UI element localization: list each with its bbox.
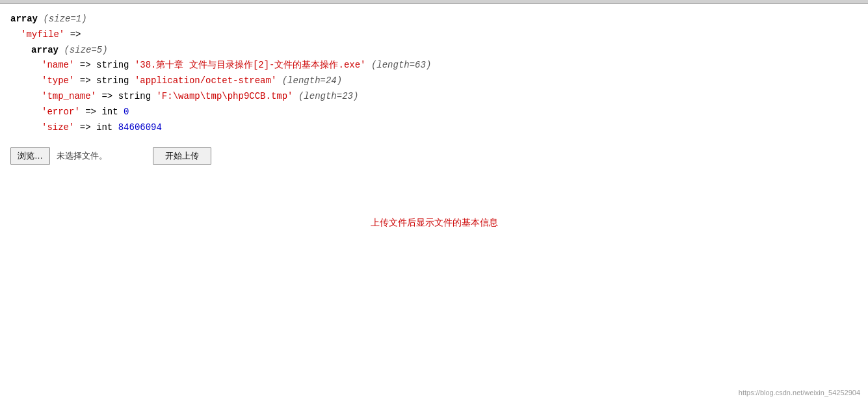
- meta-type: (length=24): [282, 75, 342, 86]
- value-error: 0: [124, 107, 129, 117]
- arrow-6: =>: [101, 91, 118, 101]
- caption-text: 上传文件后显示文件的基本信息: [371, 217, 498, 228]
- code-line-2: 'myfile' =>: [10, 27, 858, 43]
- code-line-1: array (size=1): [10, 12, 858, 27]
- value-size: 84606094: [118, 122, 162, 133]
- arrow-8: =>: [80, 122, 96, 133]
- value-type: 'application/octet-stream': [135, 75, 276, 86]
- key-error: 'error': [42, 107, 80, 117]
- browse-button[interactable]: 浏览…: [10, 147, 50, 165]
- code-line-4: 'name' => string '38.第十章 文件与目录操作[2]-文件的基…: [10, 58, 858, 73]
- keyword-array-1: array: [10, 14, 38, 24]
- type-error: int: [101, 107, 118, 117]
- upload-form: 浏览… 未选择文件。 开始上传: [10, 147, 858, 165]
- code-line-6: 'tmp_name' => string 'F:\wamp\tmp\php9CC…: [10, 89, 858, 105]
- type-type: string: [96, 75, 129, 86]
- meta-size-1: (size=1): [43, 14, 86, 24]
- watermark-text: https://blog.csdn.net/weixin_54252904: [739, 389, 860, 396]
- value-tmp-name: 'F:\wamp\tmp\php9CCB.tmp': [156, 91, 293, 101]
- arrow-4: =>: [80, 60, 96, 70]
- key-type: 'type': [42, 75, 74, 86]
- code-line-3: array (size=5): [10, 43, 858, 58]
- meta-tmp-name: (length=23): [298, 91, 358, 101]
- code-block: array (size=1) 'myfile' => array (size=5…: [10, 12, 858, 135]
- arrow-7: =>: [85, 107, 101, 117]
- caption: 上传文件后显示文件的基本信息: [10, 217, 858, 229]
- key-tmp-name: 'tmp_name': [42, 91, 96, 101]
- type-name: string: [96, 60, 129, 70]
- code-line-7: 'error' => int 0: [10, 105, 858, 120]
- key-size: 'size': [42, 122, 74, 133]
- code-line-8: 'size' => int 84606094: [10, 120, 858, 136]
- code-line-5: 'type' => string 'application/octet-stre…: [10, 73, 858, 89]
- main-content: array (size=1) 'myfile' => array (size=5…: [0, 4, 868, 237]
- meta-size-2: (size=5): [64, 45, 107, 55]
- type-size: int: [96, 122, 112, 133]
- type-tmp-name: string: [118, 91, 151, 101]
- no-file-label: 未选择文件。: [57, 150, 107, 162]
- meta-name: (length=63): [371, 60, 431, 70]
- keyword-array-2: array: [31, 45, 59, 55]
- watermark: https://blog.csdn.net/weixin_54252904: [739, 389, 860, 396]
- key-name: 'name': [42, 60, 74, 70]
- key-myfile: 'myfile': [21, 29, 64, 40]
- upload-button[interactable]: 开始上传: [153, 147, 211, 165]
- arrow-5: =>: [80, 75, 96, 86]
- value-name: '38.第十章 文件与目录操作[2]-文件的基本操作.exe': [135, 60, 366, 70]
- arrow-2: =>: [70, 29, 81, 40]
